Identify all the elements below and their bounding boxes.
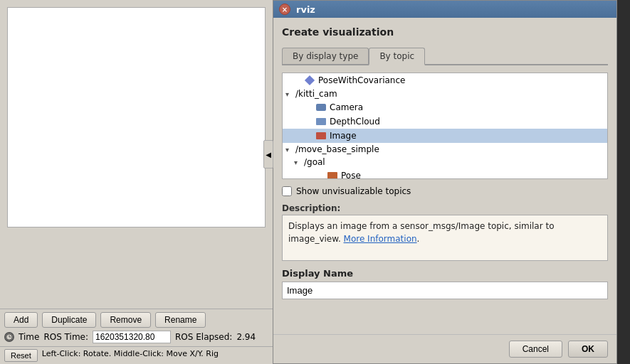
description-label: Description: [282,203,608,213]
label-image: Image [330,131,357,141]
dialog-heading: Create visualization [282,26,608,38]
ros-elapsed-value: 2.94 [236,332,256,342]
image-icon [316,132,326,139]
rename-button[interactable]: Rename [155,312,206,328]
titlebar: × rviz [273,1,616,18]
ros-elapsed-label: ROS Elapsed: [175,332,232,342]
add-button[interactable]: Add [4,312,38,328]
label-kitti-cam: /kitti_cam [295,89,337,99]
titlebar-title: rviz [296,4,315,15]
arrow-move-base-simple: ▾ [285,146,293,154]
icon-depthcloud [315,116,327,127]
label-pose-covariance: PoseWithCovariance [318,75,405,85]
duplicate-button[interactable]: Duplicate [42,312,96,328]
ok-button[interactable]: OK [568,341,608,358]
description-text: Displays an image from a sensor_msgs/Ima… [288,221,555,244]
arrow-goal: ▾ [294,159,301,166]
status-text: Left-Click: Rotate. Middle-Click: Move X… [42,349,219,362]
tree-item-depthcloud[interactable]: DepthCloud [283,114,607,129]
arrow-kitti-cam: ▾ [285,90,293,98]
cancel-button[interactable]: Cancel [509,341,562,358]
camera-icon [316,104,326,111]
bottom-bar: Add Duplicate Remove Rename Time ROS Tim… [0,309,273,346]
close-button[interactable]: × [279,4,290,15]
tree-item-move-base-simple[interactable]: ▾ /move_base_simple [283,143,607,156]
icon-pose [327,170,338,179]
show-unvisualizable-row: Show unvisualizable topics [282,186,608,196]
time-label: Time [19,332,39,342]
description-box: Displays an image from a sensor_msgs/Ima… [282,215,608,261]
dialog-overlay: × rviz Create visualization By display t… [273,0,630,364]
label-depthcloud: DepthCloud [330,117,380,127]
display-name-input[interactable] [282,282,608,299]
pose-icon [327,172,337,179]
show-unvisualizable-checkbox[interactable] [282,186,292,196]
tab-by-display-type[interactable]: By display type [282,48,369,64]
tree-item-pose-covariance[interactable]: PoseWithCovariance [283,73,607,87]
ros-time-label: ROS Time: [43,332,88,342]
tree-item-camera[interactable]: Camera [283,100,607,114]
label-pose: Pose [341,171,361,179]
tab-by-topic[interactable]: By topic [369,48,425,65]
left-panel: ◀ Add Duplicate Remove Rename Time ROS T… [0,0,273,364]
remove-button[interactable]: Remove [100,312,151,328]
main-content: ◀ [0,0,273,309]
tree-item-image[interactable]: Image [283,129,607,143]
display-name-section: Display Name [282,268,608,299]
description-section: Description: Displays an image from a se… [282,203,608,261]
status-bar: Reset Left-Click: Rotate. Middle-Click: … [0,346,273,364]
label-goal: /goal [304,157,325,167]
display-name-label: Display Name [282,268,608,279]
dialog-buttons: Cancel OK [273,334,616,363]
tree-item-kitti-cam[interactable]: ▾ /kitti_cam [283,87,607,100]
label-camera: Camera [330,102,363,112]
tab-bar: By display type By topic [282,48,608,65]
dialog-body: Create visualization By display type By … [273,18,616,334]
more-information-link[interactable]: More Information [344,234,417,244]
description-text-after: . [417,234,420,244]
topic-tree[interactable]: PoseWithCovariance ▾ /kitti_cam Camera [282,73,608,179]
dialog-window: × rviz Create visualization By display t… [273,0,617,364]
show-unvisualizable-label: Show unvisualizable topics [296,186,411,196]
reset-button[interactable]: Reset [4,349,38,362]
ros-time-input[interactable] [93,331,171,343]
depthcloud-icon [316,118,326,125]
diamond-icon [305,75,315,85]
icon-pose-covariance [304,75,315,86]
time-row: Time ROS Time: ROS Elapsed: 2.94 [4,331,268,343]
tree-item-goal[interactable]: ▾ /goal [283,156,607,168]
icon-camera [315,102,327,113]
collapse-button[interactable]: ◀ [263,140,273,168]
label-move-base-simple: /move_base_simple [295,144,379,154]
clock-icon [4,332,14,342]
tree-item-pose[interactable]: Pose [283,168,607,179]
action-buttons: Add Duplicate Remove Rename [4,312,268,328]
display-panel [7,7,266,228]
icon-image [315,130,327,141]
